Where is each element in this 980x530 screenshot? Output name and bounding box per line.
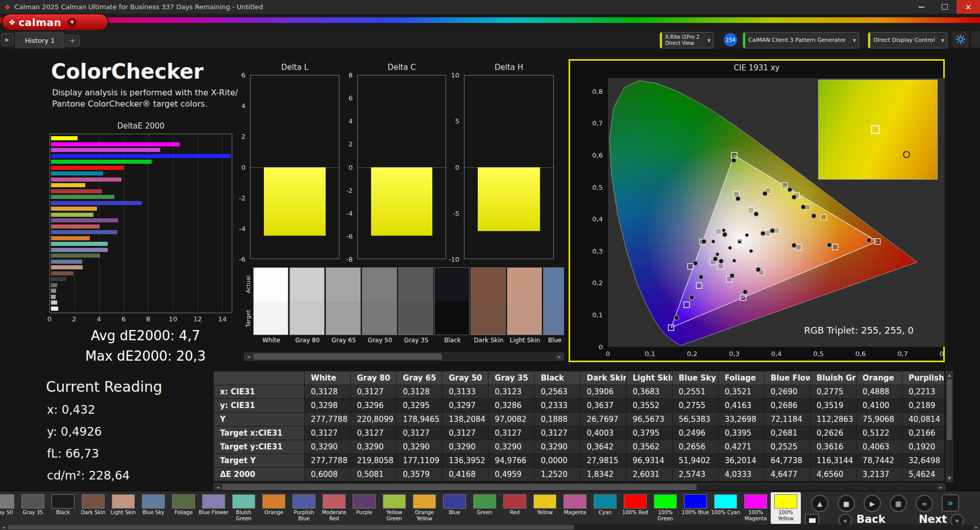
cie-chart-title: CIE 1931 xy xyxy=(570,63,943,72)
toolbar-patch-blue[interactable]: Blue xyxy=(439,492,470,524)
toolbar-patch-dark-skin[interactable]: Dark Skin xyxy=(78,492,108,524)
strip-swatch-gray-65[interactable]: Gray 65 xyxy=(326,267,362,344)
strip-swatch-black[interactable]: Black xyxy=(434,267,471,344)
patch-swatch xyxy=(0,494,14,509)
target-swatch xyxy=(435,301,469,335)
toolbar-patch-yellow-green[interactable]: Yellow Green xyxy=(379,492,409,524)
scroll-up-icon[interactable]: ▲ xyxy=(946,371,952,378)
patch-label: Yellow Green xyxy=(379,510,409,521)
table-hscroll-thumb[interactable] xyxy=(222,484,697,490)
table-cell: 0,3795 xyxy=(626,426,672,440)
toolbar-patch-100-cyan[interactable]: 100% Cyan xyxy=(710,492,741,524)
meter-dropdown[interactable]: X-Rite i1Pro 2 Direct View ▼ xyxy=(659,32,714,48)
toolbar-patch-magenta[interactable]: Magenta xyxy=(560,492,590,524)
chevron-down-icon: ▼ xyxy=(67,18,77,27)
toolbar-patch-100-yellow[interactable]: 100% Yellow xyxy=(771,492,801,524)
scroll-left-icon[interactable]: ◄ xyxy=(214,484,222,491)
toolbar-patch-100-blue[interactable]: 100% Blue xyxy=(680,492,710,524)
calman-menu-button[interactable]: ❖ calman ▼ xyxy=(3,14,108,30)
scroll-left-icon[interactable]: ◄ xyxy=(0,524,7,530)
toolbar-patch-yellow[interactable]: Yellow xyxy=(530,492,560,524)
y-tick: 0 xyxy=(349,163,353,171)
column-header: Dark Skin xyxy=(580,371,626,385)
minimize-button[interactable] xyxy=(910,0,933,14)
avg-de2000: Avg dE2000: 4,7 xyxy=(31,328,260,343)
pattern-generator-dropdown[interactable]: CalMAN Client 3 Pattern Generator ▼ xyxy=(743,32,859,48)
toolbar-patch-100-green[interactable]: 100% Green xyxy=(650,492,680,524)
measured-point xyxy=(690,295,694,299)
window-scroll-thumb[interactable] xyxy=(8,525,574,529)
toolbar-patch-orange-yellow[interactable]: Orange Yellow xyxy=(409,492,439,524)
strip-swatch-white[interactable]: White xyxy=(253,267,289,344)
table-cell: 0,3127 xyxy=(397,426,443,440)
toolbar-patch-purple[interactable]: Purple xyxy=(349,492,379,524)
table-cell: 0,3127 xyxy=(534,426,580,440)
toolbar-patch-moderate-red[interactable]: Moderate Red xyxy=(319,492,349,524)
toolbar-patch-green[interactable]: Green xyxy=(470,492,500,524)
settings-button[interactable] xyxy=(952,31,969,47)
back-button[interactable]: Back xyxy=(856,513,886,525)
target-point xyxy=(684,302,690,308)
toolbar-patch-cyan[interactable]: Cyan xyxy=(590,492,620,524)
display-control-dropdown[interactable]: Direct Display Control ▼ xyxy=(868,32,947,48)
toolbar-patch-100-magenta[interactable]: 100% Magenta xyxy=(741,492,771,524)
toolbar-patch-blue-flower[interactable]: Blue Flower xyxy=(199,492,229,524)
tab-history-1[interactable]: History 1 xyxy=(15,32,64,48)
close-button[interactable]: × xyxy=(957,0,980,14)
strip-swatch-light-skin[interactable]: Light Skin xyxy=(507,267,543,344)
toolbar-patch-foliage[interactable]: Foliage xyxy=(168,492,199,524)
swatch-label: Gray 35 xyxy=(398,337,434,344)
save-button[interactable]: ▦ xyxy=(890,495,907,512)
table-horizontal-scrollbar[interactable]: ◄ ► xyxy=(213,483,945,491)
toolbar-patch-light-skin[interactable]: Light Skin xyxy=(108,492,138,524)
strip-scroll-thumb[interactable] xyxy=(253,354,442,360)
column-header: Gray 35 xyxy=(488,371,534,385)
next-button[interactable]: Next xyxy=(919,513,947,525)
sidebar-toggle-button[interactable]: ▶ xyxy=(1,33,13,45)
strip-swatch-dark-skin[interactable]: Dark Skin xyxy=(471,267,507,344)
strip-swatch-blue-sky[interactable]: Blue Sky xyxy=(543,267,564,344)
fast-forward-button[interactable]: » xyxy=(942,494,959,512)
toolbar-patch-blue-sky[interactable]: Blue Sky xyxy=(138,492,168,524)
table-vscroll-thumb[interactable] xyxy=(947,379,952,440)
toolbar-patch-purplish-blue[interactable]: Purplish Blue xyxy=(289,492,319,524)
scroll-right-icon[interactable]: ► xyxy=(973,524,980,530)
table-cell: 0,3616 xyxy=(810,440,856,454)
x-tick: 0 xyxy=(606,350,610,358)
toolbar-patch-gray-50[interactable]: Gray 50 xyxy=(0,492,18,524)
strip-swatch-gray-50[interactable]: Gray 50 xyxy=(362,267,398,344)
strip-scrollbar[interactable]: ◄ ► xyxy=(244,352,564,361)
stop-button[interactable]: ■ xyxy=(838,495,855,512)
table-cell: 94,9766 xyxy=(488,454,534,468)
toolbar-patch-black[interactable]: Black xyxy=(48,492,78,524)
y-tick: 6 xyxy=(241,71,246,79)
continuous-measure-button[interactable]: ∞ xyxy=(916,495,933,512)
window-horizontal-scrollbar[interactable]: ◄ ► xyxy=(0,524,980,530)
eject-button[interactable]: ▲ xyxy=(811,495,828,512)
toolbar-patch-100-red[interactable]: 100% Red xyxy=(620,492,650,524)
scroll-right-icon[interactable]: ► xyxy=(937,484,945,491)
table-vertical-scrollbar[interactable]: ▲ ▼ xyxy=(946,371,953,482)
scroll-right-icon[interactable]: ► xyxy=(556,353,564,360)
overflow-button[interactable] xyxy=(971,31,980,47)
table-cell: 0,3127 xyxy=(305,426,351,440)
strip-swatch-gray-35[interactable]: Gray 35 xyxy=(398,267,434,344)
toolbar-patch-red[interactable]: Red xyxy=(500,492,530,524)
patch-label: Yellow xyxy=(530,510,560,516)
toolbar-patch-bluish-green[interactable]: Bluish Green xyxy=(229,492,259,524)
patch-label: 100% Blue xyxy=(680,510,710,516)
table-cell: 0,4100 xyxy=(856,399,902,413)
reference-dot xyxy=(733,259,736,262)
toolbar-patch-orange[interactable]: Orange xyxy=(259,492,289,524)
table-cell: 2,5743 xyxy=(672,468,718,482)
table-row: Y277,7788220,8099178,9465138,208497,0082… xyxy=(214,413,945,426)
maximize-button[interactable] xyxy=(933,0,957,14)
scroll-left-icon[interactable]: ◄ xyxy=(244,353,252,360)
strip-swatch-gray-80[interactable]: Gray 80 xyxy=(289,267,326,344)
play-button[interactable]: ▶ xyxy=(864,495,881,512)
scroll-down-icon[interactable]: ▼ xyxy=(946,474,952,482)
table-cell: 64,7738 xyxy=(764,454,810,468)
toolbar-patch-gray-35[interactable]: Gray 35 xyxy=(18,492,48,524)
add-tab-button[interactable]: + xyxy=(65,35,80,46)
actual-swatch xyxy=(435,268,469,301)
